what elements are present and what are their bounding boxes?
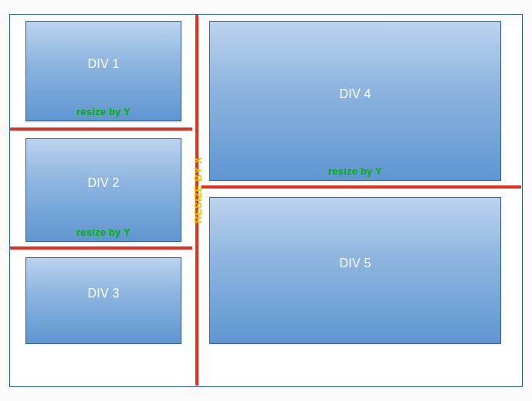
box-div3-title: DIV 3 bbox=[26, 287, 181, 301]
separator-h-left-1[interactable] bbox=[10, 127, 192, 131]
box-div2-title: DIV 2 bbox=[26, 176, 181, 190]
box-div2[interactable]: DIV 2 resize by Y bbox=[25, 138, 181, 242]
separator-h-right-1[interactable] bbox=[202, 185, 521, 189]
page: DIV 1 resize by Y DIV 2 resize by Y DIV … bbox=[0, 0, 532, 401]
box-div1[interactable]: DIV 1 resize by Y bbox=[25, 21, 181, 121]
box-div2-resize-label: resize by Y bbox=[26, 226, 181, 238]
box-div4-title: DIV 4 bbox=[210, 87, 500, 101]
box-div5[interactable]: DIV 5 bbox=[209, 197, 501, 344]
separator-h-left-2[interactable] bbox=[10, 246, 192, 250]
outer-frame: DIV 1 resize by Y DIV 2 resize by Y DIV … bbox=[9, 14, 523, 387]
box-div5-title: DIV 5 bbox=[210, 257, 500, 270]
box-div4-resize-label: resize by Y bbox=[210, 165, 500, 177]
resize-x-label: RESIZE BY X bbox=[192, 157, 204, 223]
box-div4[interactable]: DIV 4 resize by Y bbox=[209, 21, 501, 181]
box-div3[interactable]: DIV 3 bbox=[25, 257, 181, 344]
box-div1-resize-label: resize by Y bbox=[26, 106, 181, 117]
box-div1-title: DIV 1 bbox=[26, 57, 181, 71]
